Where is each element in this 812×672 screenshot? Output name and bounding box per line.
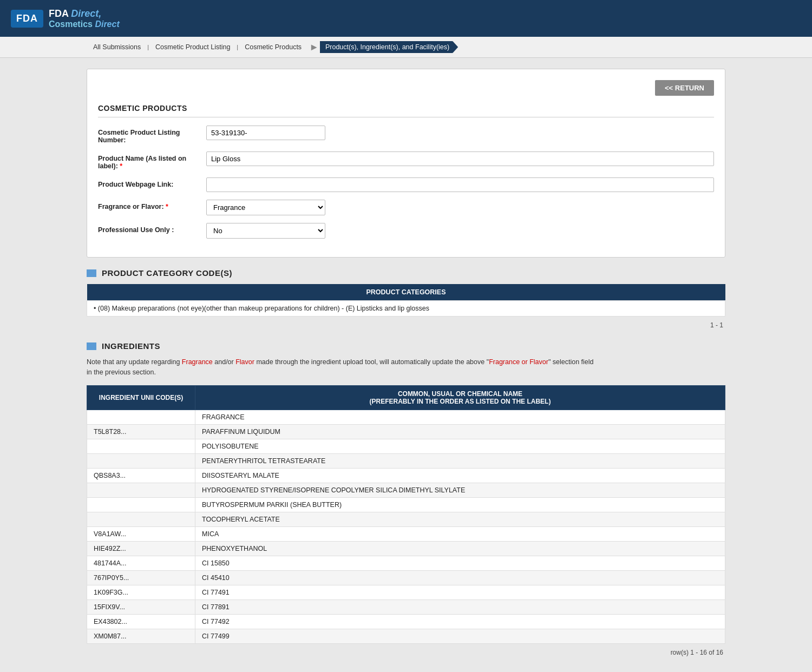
- ingredient-name: MICA: [195, 526, 725, 541]
- breadcrumb-cosmetic-listing[interactable]: Cosmetic Product Listing: [149, 41, 237, 53]
- ingredient-row: 15FIX9V... CI 77891: [87, 599, 725, 614]
- product-category-title: PRODUCT CATEGORY CODE(S): [102, 268, 232, 278]
- product-category-header: PRODUCT CATEGORY CODE(S): [87, 268, 725, 278]
- product-name-required: *: [120, 162, 122, 170]
- ingredient-unii: [87, 512, 195, 526]
- section-bar-category: [87, 269, 96, 277]
- ingredient-unii: V8A1AW...: [87, 526, 195, 541]
- ingredient-row: HIE492Z... PHENOXYETHANOL: [87, 541, 725, 556]
- product-category-section: PRODUCT CATEGORY CODE(S) PRODUCT CATEGOR…: [87, 268, 725, 331]
- professional-label: Professional Use Only :: [98, 223, 206, 234]
- fragrance-required: *: [166, 203, 168, 210]
- ingredients-table: INGREDIENT UNII CODE(S) COMMON, USUAL OR…: [87, 385, 725, 644]
- breadcrumb: All Submissions | Cosmetic Product Listi…: [0, 37, 812, 58]
- fragrance-value-wrap: Fragrance Flavor None: [206, 200, 714, 215]
- ingredient-unii: EX43802...: [87, 614, 195, 629]
- ingredient-row: BUTYROSPERMUM PARKII (SHEA BUTTER): [87, 497, 725, 512]
- ingredients-row-count: row(s) 1 - 16 of 16: [87, 647, 725, 658]
- ingredient-name: PHENOXYETHANOL: [195, 541, 725, 556]
- ingredient-unii: [87, 497, 195, 512]
- product-categories-header: PRODUCT CATEGORIES: [87, 284, 725, 301]
- cosmetic-products-card: << RETURN COSMETIC PRODUCTS Cosmetic Pro…: [87, 69, 725, 258]
- ingredient-unii: [87, 410, 195, 424]
- product-name-input[interactable]: [206, 151, 714, 166]
- fda-logo: FDA: [11, 10, 43, 28]
- breadcrumb-all-submissions[interactable]: All Submissions: [87, 41, 147, 53]
- ingredient-name: HYDROGENATED STYRENE/ISOPRENE COPOLYMER …: [195, 483, 725, 497]
- fragrance-highlight: Fragrance: [182, 358, 213, 366]
- ingredient-row: HYDROGENATED STYRENE/ISOPRENE COPOLYMER …: [87, 483, 725, 497]
- ingredient-name: PARAFFINUM LIQUIDUM: [195, 424, 725, 439]
- header-line1: FDA Direct,: [49, 8, 120, 19]
- ingredient-name: CI 77891: [195, 599, 725, 614]
- ingredient-row: 1K09F3G... CI 77491: [87, 585, 725, 599]
- listing-number-label: Cosmetic Product Listing Number:: [98, 126, 206, 144]
- ingredient-row: QBS8A3... DIISOSTEARYL MALATE: [87, 468, 725, 483]
- ingredient-unii: 1K09F3G...: [87, 585, 195, 599]
- ingredient-row: 481744A... CI 15850: [87, 556, 725, 570]
- ingredients-section: INGREDIENTS Note that any update regardi…: [87, 341, 725, 658]
- header-line2: Cosmetics Direct: [49, 19, 120, 29]
- professional-row: Professional Use Only : No Yes: [98, 223, 714, 239]
- col-name-header: COMMON, USUAL OR CHEMICAL NAME(PREFERABL…: [195, 385, 725, 410]
- ingredient-row: 767IP0Y5... CI 45410: [87, 570, 725, 585]
- webpage-label: Product Webpage Link:: [98, 177, 206, 188]
- header-direct1: Direct,: [71, 8, 101, 19]
- professional-value-wrap: No Yes: [206, 223, 714, 239]
- ingredient-unii: QBS8A3...: [87, 468, 195, 483]
- ingredient-unii: XM0M87...: [87, 629, 195, 643]
- ingredient-row: PENTAERYTHRITOL TETRASTEARATE: [87, 453, 725, 468]
- table-row: • (08) Makeup preparations (not eye)(oth…: [87, 301, 725, 317]
- header-title: FDA Direct, Cosmetics Direct: [49, 8, 120, 29]
- ingredient-name: CI 15850: [195, 556, 725, 570]
- ingredients-header: INGREDIENTS: [87, 341, 725, 351]
- app-header: FDA FDA Direct, Cosmetics Direct: [0, 0, 812, 37]
- ingredient-row: V8A1AW... MICA: [87, 526, 725, 541]
- professional-select[interactable]: No Yes: [206, 223, 325, 239]
- cosmetic-products-title: COSMETIC PRODUCTS: [98, 104, 714, 117]
- ingredient-name: CI 77491: [195, 585, 725, 599]
- webpage-input[interactable]: [206, 177, 714, 192]
- ingredient-name: TOCOPHERYL ACETATE: [195, 512, 725, 526]
- product-categories-table: PRODUCT CATEGORIES • (08) Makeup prepara…: [87, 284, 725, 317]
- ingredients-title: INGREDIENTS: [102, 341, 160, 351]
- col-unii-header: INGREDIENT UNII CODE(S): [87, 385, 195, 410]
- webpage-row: Product Webpage Link:: [98, 177, 714, 192]
- ingredient-unii: 15FIX9V...: [87, 599, 195, 614]
- product-name-row: Product Name (As listed on label): *: [98, 151, 714, 170]
- listing-number-input[interactable]: [206, 126, 325, 140]
- listing-number-row: Cosmetic Product Listing Number:: [98, 126, 714, 144]
- fragrance-label: Fragrance or Flavor: *: [98, 200, 206, 210]
- product-name-label: Product Name (As listed on label): *: [98, 151, 206, 170]
- ingredient-name: POLYISOBUTENE: [195, 439, 725, 453]
- ingredient-name: CI 45410: [195, 570, 725, 585]
- ingredient-row: XM0M87... CI 77499: [87, 629, 725, 643]
- ingredient-name: FRAGRANCE: [195, 410, 725, 424]
- ingredient-row: EX43802... CI 77492: [87, 614, 725, 629]
- ingredient-unii: 481744A...: [87, 556, 195, 570]
- ingredient-row: T5L8T28... PARAFFINUM LIQUIDUM: [87, 424, 725, 439]
- ingredient-unii: [87, 483, 195, 497]
- ingredient-unii: HIE492Z...: [87, 541, 195, 556]
- return-row: << RETURN: [98, 80, 714, 96]
- ingredient-row: FRAGRANCE: [87, 410, 725, 424]
- ingredient-unii: 767IP0Y5...: [87, 570, 195, 585]
- breadcrumb-active: Product(s), Ingredient(s), and Facility(…: [320, 41, 458, 53]
- ingredients-note: Note that any update regarding Fragrance…: [87, 357, 725, 378]
- category-bullet: •: [94, 305, 98, 312]
- ingredient-row: POLYISOBUTENE: [87, 439, 725, 453]
- ingredient-name: DIISOSTEARYL MALATE: [195, 468, 725, 483]
- fragrance-row: Fragrance or Flavor: * Fragrance Flavor …: [98, 200, 714, 215]
- flavor-highlight: Flavor: [235, 358, 254, 366]
- breadcrumb-cosmetic-products[interactable]: Cosmetic Products: [238, 41, 308, 53]
- ingredient-unii: T5L8T28...: [87, 424, 195, 439]
- main-content: << RETURN COSMETIC PRODUCTS Cosmetic Pro…: [0, 58, 812, 669]
- category-cell: • (08) Makeup preparations (not eye)(oth…: [87, 301, 725, 317]
- ingredient-name: CI 77499: [195, 629, 725, 643]
- product-name-value-wrap: [206, 151, 714, 166]
- fragrance-select[interactable]: Fragrance Flavor None: [206, 200, 325, 215]
- return-button[interactable]: << RETURN: [655, 80, 714, 96]
- breadcrumb-arrow: ►: [309, 42, 319, 53]
- ingredient-name: CI 77492: [195, 614, 725, 629]
- category-pagination: 1 - 1: [87, 320, 725, 331]
